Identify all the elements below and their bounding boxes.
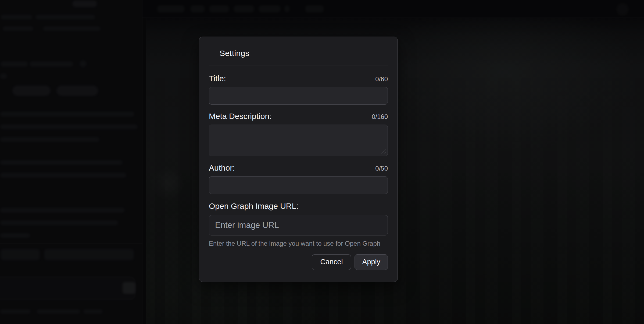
author-label: Author: [209,163,235,172]
meta-description-label: Meta Description: [209,112,271,121]
apply-button[interactable]: Apply [355,254,388,270]
dialog-title: Settings [209,49,388,58]
dialog-divider [209,65,388,65]
meta-description-field-group: Meta Description: 0/160 [209,112,388,156]
og-image-field-group: Open Graph Image URL: Enter the URL of t… [209,202,388,247]
title-field-group: Title: 0/60 [209,74,388,105]
meta-description-textarea[interactable] [209,125,388,156]
title-char-counter: 0/60 [375,75,388,83]
og-image-url-label: Open Graph Image URL: [209,202,299,211]
author-field-group: Author: 0/50 [209,163,388,194]
og-image-helper-text: Enter the URL of the image you want to u… [209,240,388,247]
settings-dialog: Settings Title: 0/60 Meta Description: 0… [199,37,398,282]
author-input[interactable] [209,176,388,194]
og-image-url-input[interactable] [209,215,388,235]
author-char-counter: 0/50 [375,165,388,172]
meta-description-char-counter: 0/160 [372,113,388,121]
cancel-button[interactable]: Cancel [312,254,351,270]
title-input[interactable] [209,87,388,105]
title-label: Title: [209,74,226,83]
dialog-actions: Cancel Apply [209,254,388,270]
